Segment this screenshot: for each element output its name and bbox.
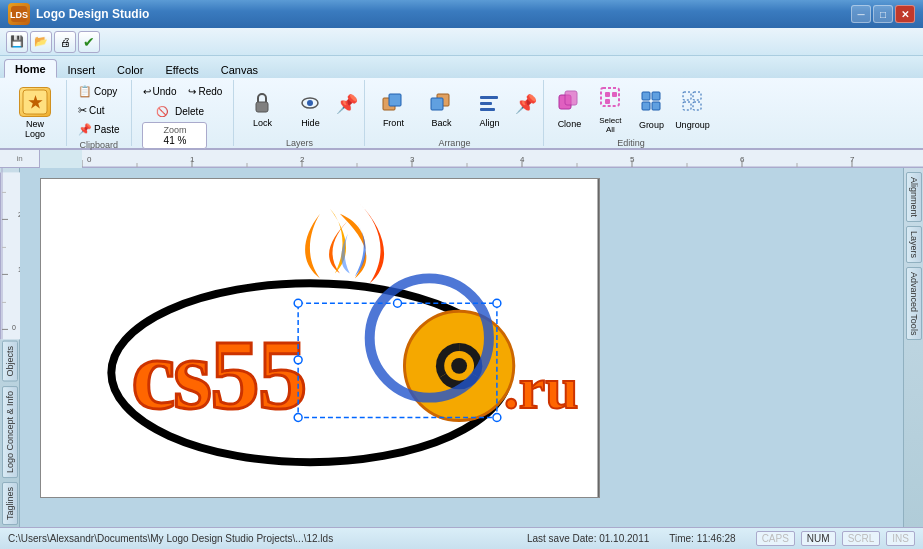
ungroup-label: Ungroup [675, 120, 710, 130]
right-tab-advanced[interactable]: Advanced Tools [906, 267, 922, 340]
svg-rect-12 [480, 102, 492, 105]
zoom-input[interactable] [150, 135, 200, 146]
undo-button[interactable]: ↩ Undo [138, 82, 182, 100]
canvas-page: cs55 .ru [40, 178, 600, 498]
maximize-button[interactable]: □ [873, 5, 893, 23]
left-tab-concept[interactable]: Logo Concept & Info [2, 386, 18, 478]
paste-icon: 📌 [78, 123, 92, 136]
canvas-area: cs55 .ru [20, 168, 903, 527]
right-tab-layers[interactable]: Layers [906, 226, 922, 263]
paste-button[interactable]: 📌 Paste [73, 120, 125, 138]
tab-effects[interactable]: Effects [154, 60, 209, 78]
cut-button[interactable]: ✂ Cut [73, 101, 110, 119]
layers-pin-icon[interactable]: 📌 [336, 93, 358, 115]
delete-icon: 🚫 [156, 106, 168, 117]
app-title: Logo Design Studio [36, 7, 851, 21]
titlebar: LDS Logo Design Studio ─ □ ✕ [0, 0, 923, 28]
zoom-label: Zoom [149, 125, 200, 135]
copy-icon: 📋 [78, 85, 92, 98]
group-label: Group [639, 120, 664, 130]
ribbon-group-layers: Lock Hide 📌 Layers [234, 80, 365, 146]
new-logo-icon: ★ [19, 87, 51, 117]
ribbon-group-new: ★ NewLogo [4, 80, 67, 146]
clipboard-content: 📋 Copy ✂ Cut 📌 Paste [73, 82, 125, 138]
tab-insert[interactable]: Insert [57, 60, 107, 78]
num-indicator: NUM [801, 531, 836, 546]
undo-icon: ↩ [143, 86, 151, 97]
layers-content: Lock Hide 📌 [240, 82, 358, 136]
close-button[interactable]: ✕ [895, 5, 915, 23]
ribbon: ★ NewLogo 📋 Copy ✂ Cut 📌 Paste [0, 78, 923, 150]
svg-rect-17 [605, 92, 610, 97]
tab-home[interactable]: Home [4, 59, 57, 78]
copy-button[interactable]: 📋 Copy [73, 82, 122, 100]
print-quick-button[interactable]: 🖨 [54, 31, 76, 53]
svg-text:0: 0 [87, 155, 92, 164]
group-icon [639, 89, 663, 118]
align-icon [476, 90, 502, 116]
svg-text:LDS: LDS [10, 10, 28, 20]
lock-label: Lock [253, 118, 272, 128]
arrange-pin-icon[interactable]: 📌 [515, 93, 537, 115]
clone-icon [557, 89, 581, 117]
left-tab-objects[interactable]: Objects [2, 341, 18, 382]
svg-point-77 [493, 414, 501, 422]
clone-button[interactable]: Clone [550, 82, 588, 136]
svg-rect-13 [480, 108, 495, 111]
filepath-display: C:\Users\Alexsandr\Documents\My Logo Des… [8, 533, 507, 544]
open-quick-button[interactable]: 📂 [30, 31, 52, 53]
clipboard-label: Clipboard [80, 138, 119, 150]
editing-content: Clone SelectAll [550, 82, 711, 136]
ribbon-group-editing: Clone SelectAll [544, 80, 717, 146]
back-button[interactable]: Back [419, 82, 463, 136]
align-button[interactable]: Align [467, 82, 511, 136]
new-logo-button[interactable]: ★ NewLogo [10, 85, 60, 141]
keyboard-indicators: CAPS NUM SCRL INS [756, 531, 915, 546]
front-button[interactable]: Front [371, 82, 415, 136]
save-quick-button[interactable]: 💾 [6, 31, 28, 53]
tab-canvas[interactable]: Canvas [210, 60, 269, 78]
redo-button[interactable]: ↪ Redo [183, 82, 227, 100]
right-tab-alignment[interactable]: Alignment [906, 172, 922, 222]
zoom-display: Zoom [142, 122, 207, 149]
help-quick-button[interactable]: ✔ [78, 31, 100, 53]
left-tab-taglines[interactable]: Taglines [2, 482, 18, 525]
front-label: Front [383, 118, 404, 128]
lock-icon [249, 90, 275, 116]
clone-label: Clone [558, 119, 582, 129]
back-icon [428, 90, 454, 116]
quick-access-toolbar: 💾 📂 🖨 ✔ [0, 28, 923, 56]
editing-label: Editing [617, 136, 645, 148]
svg-rect-18 [612, 92, 617, 97]
ungroup-button[interactable]: Ungroup [673, 82, 711, 136]
delete-button[interactable]: Delete [170, 102, 209, 120]
lock-button[interactable]: Lock [240, 82, 284, 136]
right-panel: Alignment Layers Advanced Tools [903, 168, 923, 527]
select-all-button[interactable]: SelectAll [591, 82, 629, 136]
svg-rect-16 [601, 88, 619, 106]
minimize-button[interactable]: ─ [851, 5, 871, 23]
svg-point-75 [493, 299, 501, 307]
svg-text:0: 0 [12, 324, 16, 331]
ungroup-icon [680, 89, 704, 118]
clipboard-buttons: 📋 Copy ✂ Cut 📌 Paste [73, 82, 125, 138]
svg-rect-10 [431, 98, 443, 110]
svg-rect-22 [642, 102, 650, 110]
layers-label: Layers [286, 136, 313, 148]
svg-rect-20 [642, 92, 650, 100]
hide-icon [297, 90, 323, 116]
svg-rect-24 [683, 92, 691, 100]
svg-rect-21 [652, 92, 660, 100]
group-button[interactable]: Group [632, 82, 670, 136]
window-controls: ─ □ ✕ [851, 5, 915, 23]
time-display: Time: 11:46:28 [669, 533, 735, 544]
tab-color[interactable]: Color [106, 60, 154, 78]
svg-text:.ru: .ru [504, 355, 579, 421]
ribbon-group-clipboard: 📋 Copy ✂ Cut 📌 Paste Clipboard [67, 80, 132, 146]
svg-rect-27 [693, 102, 701, 110]
hide-button[interactable]: Hide [288, 82, 332, 136]
svg-rect-8 [389, 94, 401, 106]
svg-rect-26 [683, 102, 691, 110]
select-all-icon [598, 85, 622, 114]
logo-svg: cs55 .ru [41, 179, 599, 497]
